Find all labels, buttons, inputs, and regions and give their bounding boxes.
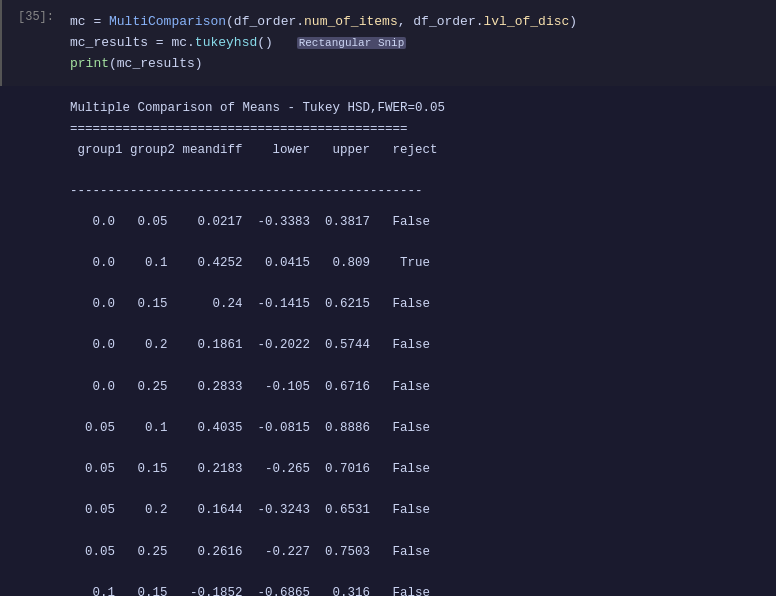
table-row: 0.0 0.15 0.24 -0.1415 0.6215 False xyxy=(70,294,760,315)
output-separator-top: ========================================… xyxy=(70,122,408,136)
code-token: (mc_results) xyxy=(109,56,203,71)
table-row: 0.1 0.15 -0.1852 -0.6865 0.316 False xyxy=(70,583,760,596)
cell-number: [35]: xyxy=(2,8,62,78)
code-token: mc xyxy=(70,14,86,29)
code-token: MultiComparison xyxy=(109,14,226,29)
code-token: () xyxy=(257,35,273,50)
output-spacer xyxy=(70,202,760,208)
output-table: 0.0 0.05 0.0217 -0.3383 0.3817 False 0.0… xyxy=(70,212,760,596)
selection-highlight: Rectangular Snip xyxy=(297,37,407,49)
code-token: , df_order. xyxy=(398,14,484,29)
code-token: lvl_of_disc xyxy=(484,14,570,29)
code-line-3: print(mc_results) xyxy=(70,54,768,75)
output-separator-mid: ----------------------------------------… xyxy=(70,184,423,198)
code-line-2: mc_results = mc.tukeyhsd() Rectangular S… xyxy=(70,33,768,54)
table-row: 0.0 0.1 0.4252 0.0415 0.809 True xyxy=(70,253,760,274)
code-block[interactable]: mc = MultiComparison(df_order.num_of_ite… xyxy=(62,8,776,78)
cell-output: Multiple Comparison of Means - Tukey HSD… xyxy=(0,86,776,596)
table-row: 0.0 0.25 0.2833 -0.105 0.6716 False xyxy=(70,377,760,398)
code-token: mc_results xyxy=(70,35,148,50)
cell-input: [35]: mc = MultiComparison(df_order.num_… xyxy=(0,0,776,86)
table-row: 0.05 0.15 0.2183 -0.265 0.7016 False xyxy=(70,459,760,480)
table-row: 0.05 0.2 0.1644 -0.3243 0.6531 False xyxy=(70,500,760,521)
code-line-1: mc = MultiComparison(df_order.num_of_ite… xyxy=(70,12,768,33)
code-token: (df_order. xyxy=(226,14,304,29)
table-row: 0.05 0.1 0.4035 -0.0815 0.8886 False xyxy=(70,418,760,439)
code-token: ) xyxy=(569,14,577,29)
notebook-cell: [35]: mc = MultiComparison(df_order.num_… xyxy=(0,0,776,596)
output-title: Multiple Comparison of Means - Tukey HSD… xyxy=(70,101,445,115)
code-token: num_of_items xyxy=(304,14,398,29)
table-row: 0.05 0.25 0.2616 -0.227 0.7503 False xyxy=(70,542,760,563)
code-token: = mc. xyxy=(148,35,195,50)
table-row: 0.0 0.05 0.0217 -0.3383 0.3817 False xyxy=(70,212,760,233)
output-header: group1 group2 meandiff lower upper rejec… xyxy=(70,140,760,161)
code-token: tukeyhsd xyxy=(195,35,257,50)
code-token: = xyxy=(86,14,109,29)
code-token: print xyxy=(70,56,109,71)
table-row: 0.0 0.2 0.1861 -0.2022 0.5744 False xyxy=(70,335,760,356)
